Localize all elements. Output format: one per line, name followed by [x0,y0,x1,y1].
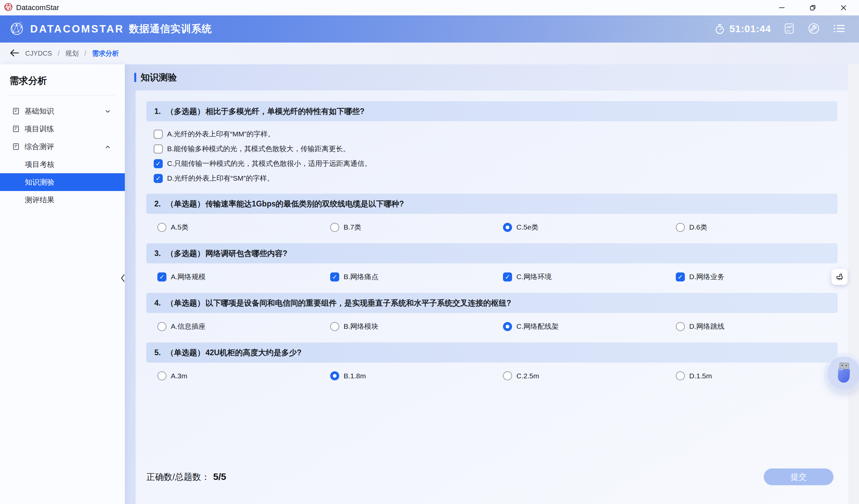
answer-option[interactable]: B.7类 [319,222,492,232]
app-logo-red-globe-icon [3,2,13,13]
radio-unselected[interactable] [503,371,512,380]
session-timer: 51:01:44 [714,23,771,35]
answer-option[interactable]: D.网络业务 [665,272,838,282]
answer-option[interactable]: C.网络配线架 [492,322,665,331]
question-options: A.3m B.1.8m C.2.5m D.1.5m [146,363,838,382]
radio-unselected[interactable] [676,322,685,331]
option-label: A.5类 [171,222,189,232]
report-icon[interactable] [784,23,795,35]
question-section: 5. （单选题） 42U机柜的高度大约是多少? A.3m B.1.8m C.2.… [146,343,838,382]
question-text: 相比于多模光纤，单模光纤的特性有如下哪些? [205,106,364,116]
question-number: 3. [154,249,161,258]
score-value: 5/5 [213,472,226,482]
answer-option[interactable]: A.5类 [146,222,319,232]
chevron-down-icon [105,108,111,114]
restore-icon [809,4,816,11]
question-section: 1. （多选题） 相比于多模光纤，单模光纤的特性有如下哪些? A.光纤的外表上印… [146,101,838,184]
question-type-badge: （单选题） [166,298,205,308]
question-list: 1. （多选题） 相比于多模光纤，单模光纤的特性有如下哪些? A.光纤的外表上印… [146,101,838,392]
sidebar-item-project-training[interactable]: 项目训练 [0,120,125,138]
radio-unselected[interactable] [330,223,339,232]
answer-option[interactable]: B.网络痛点 [319,272,492,282]
answer-option[interactable]: D.1.5m [665,371,838,380]
radio-unselected[interactable] [330,322,339,331]
answer-option[interactable]: C.只能传输一种模式的光，其模式色散很小，适用于远距离通信。 [154,159,838,168]
sidebar-item-label: 测评结果 [25,195,54,205]
close-button[interactable] [828,0,859,15]
answer-option[interactable]: D.6类 [665,222,838,232]
usb-drive-icon [833,361,854,385]
tools-wrench-icon[interactable] [807,22,820,36]
back-arrow-icon[interactable] [10,49,19,59]
score-label: 正确数/总题数： [146,471,210,483]
answer-option[interactable]: C.2.5m [492,371,665,380]
radio-unselected[interactable] [676,371,685,380]
submit-button[interactable]: 提交 [764,469,833,485]
chevron-left-icon [120,273,125,283]
radio-unselected[interactable] [157,371,166,380]
radio-unselected[interactable] [157,322,166,331]
app-header: DATACOMSTAR 数据通信实训系统 51:01:44 [0,15,859,43]
sidebar-item-basic-knowledge[interactable]: 基础知识 [0,102,125,120]
timer-value: 51:01:44 [729,23,771,34]
restore-button[interactable] [797,0,828,15]
option-label: D.网络业务 [689,272,724,282]
sidebar-item-comprehensive-evaluation[interactable]: 综合测评 [0,138,125,156]
radio-unselected[interactable] [676,223,685,232]
quiz-card: 1. （多选题） 相比于多模光纤，单模光纤的特性有如下哪些? A.光纤的外表上印… [136,91,848,504]
sidebar-item-project-assessment[interactable]: 项目考核 [0,156,125,173]
option-label: C.网络环境 [516,272,552,282]
sidebar-item-knowledge-quiz[interactable]: 知识测验 [0,173,125,191]
checkbox-selected[interactable] [154,174,163,183]
product-name: 数据通信实训系统 [129,22,212,36]
answer-option[interactable]: A.光纤的外表上印有“MM”的字样。 [154,129,838,139]
option-label: D.网络跳线 [689,322,724,331]
minimize-button[interactable] [766,0,797,15]
answer-option[interactable]: B.能传输多种模式的光，其模式色散较大，传输距离更长。 [154,144,838,154]
question-text: 传输速率能达1Gbps的最低类别的双绞线电缆是以下哪种? [205,199,404,209]
answer-option[interactable]: A.信息插座 [146,322,319,331]
radio-selected[interactable] [330,371,339,380]
checkbox-unselected[interactable] [154,130,163,139]
sidebar-item-label: 知识测验 [25,177,54,187]
sidebar-item-evaluation-results[interactable]: 测评结果 [0,191,125,209]
sidebar-collapse-handle[interactable] [120,273,125,284]
breadcrumb-stage[interactable]: 规划 [65,49,79,58]
checkbox-selected[interactable] [154,159,163,168]
menu-list-icon[interactable] [833,23,846,35]
checkbox-selected[interactable] [157,272,166,282]
answer-option[interactable]: B.网络模块 [319,322,492,331]
breadcrumb-project[interactable]: CJYDCS [25,50,52,57]
checkbox-selected[interactable] [676,272,685,282]
quiz-footer: 正确数/总题数： 5/5 提交 [146,469,838,485]
answer-option[interactable]: B.1.8m [319,371,492,380]
os-titlebar: DatacomStar [0,0,859,15]
answer-option[interactable]: A.网络规模 [146,272,319,282]
question-options: A.5类 B.7类 C.5e类 D.6类 [146,214,838,233]
usb-drive-widget[interactable] [827,357,859,389]
close-icon [840,4,847,11]
title-accent-bar [134,73,136,82]
answer-option[interactable]: D.光纤的外表上印有“SM”的字样。 [154,174,838,183]
question-text: 网络调研包含哪些内容? [205,248,287,259]
checkbox-selected[interactable] [330,272,339,282]
question-type-badge: （单选题） [166,347,205,358]
clean-tool-button[interactable] [831,269,848,285]
option-label: B.7类 [344,222,361,232]
answer-option[interactable]: C.5e类 [492,222,665,232]
answer-option[interactable]: D.网络跳线 [665,322,838,331]
answer-option[interactable]: A.3m [146,371,319,380]
main-panel: 知识测验 1. （多选题） 相比于多模光纤，单模光纤的特性有如下哪些? A.光纤… [125,64,859,504]
option-label: A.光纤的外表上印有“MM”的字样。 [167,129,275,139]
question-number: 5. [154,348,161,357]
radio-unselected[interactable] [157,223,166,232]
brand-globe-icon [9,20,25,38]
answer-option[interactable]: C.网络环境 [492,272,665,282]
radio-selected[interactable] [503,223,512,232]
radio-selected[interactable] [503,322,512,331]
checkbox-selected[interactable] [503,272,512,282]
question-header: 4. （单选题） 以下哪项是设备间和电信间的重要组件，是实现垂直子系统和水平子系… [146,293,838,313]
option-label: D.光纤的外表上印有“SM”的字样。 [167,174,274,183]
checkbox-unselected[interactable] [154,144,163,154]
window-controls [766,0,859,15]
